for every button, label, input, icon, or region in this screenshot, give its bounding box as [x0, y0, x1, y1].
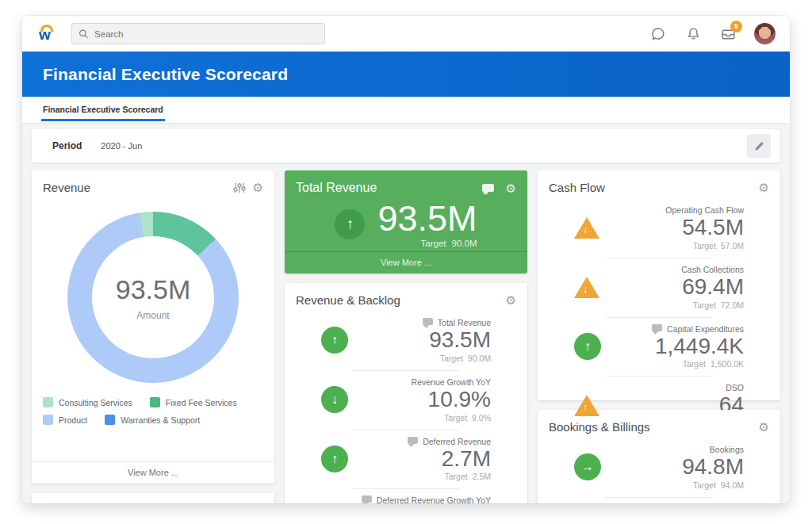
total-revenue-title: Total Revenue	[296, 181, 482, 195]
logo-letter: w	[39, 26, 51, 44]
up-arrow-indicator	[321, 327, 348, 354]
warning-down-indicator	[574, 277, 599, 298]
total-revenue-card: Total Revenue ⚙ ↑ 93.5M Target 90.0M	[285, 170, 527, 273]
page-title: Financial Executive Scorecard	[43, 65, 288, 84]
legend-item: Fixed Fee Services	[150, 397, 237, 407]
kpi-row-total-revenue[interactable]: Total Revenue 93.5M Target90.0M	[321, 312, 491, 370]
search-box[interactable]	[71, 23, 325, 44]
legend-item: Warranties & Support	[105, 415, 200, 425]
inbox-badge: 5	[730, 21, 742, 33]
right-arrow-indicator	[574, 453, 601, 480]
kpi-row-bookings[interactable]: Bookings 94.8M Target94.0M	[574, 438, 744, 497]
comment-icon	[423, 318, 433, 325]
edit-period-button[interactable]	[747, 134, 771, 158]
kpi-value: 69.4M	[599, 275, 744, 300]
gear-icon[interactable]: ⚙	[759, 182, 769, 193]
kpi-row-cash-collections[interactable]: Cash Collections 69.4M Target72.0M	[574, 258, 744, 317]
legend-swatch	[43, 415, 53, 425]
kpi-value: 1,449.4K	[601, 335, 744, 359]
cash-flow-title: Cash Flow	[549, 181, 759, 194]
legend-swatch	[43, 397, 53, 407]
pencil-icon	[753, 140, 765, 152]
revenue-card-title: Revenue	[43, 181, 233, 194]
notifications-bell-icon[interactable]	[684, 25, 702, 43]
warning-up-indicator	[574, 395, 599, 416]
kpi-value: 54.5M	[599, 216, 744, 240]
filter-sliders-icon[interactable]	[233, 182, 246, 194]
revenue-legend: Consulting Services Fixed Fee Services P…	[32, 396, 274, 433]
page-header: Financial Executive Scorecard	[22, 52, 790, 97]
comment-icon	[408, 437, 418, 444]
kpi-value: 93.5M	[348, 328, 491, 353]
tab-bar: Financial Executive Scorecard	[22, 97, 790, 123]
gear-icon[interactable]: ⚙	[253, 182, 263, 193]
comment-icon	[652, 324, 662, 331]
revenue-donut-chart[interactable]: 93.5M Amount	[67, 212, 239, 383]
search-input[interactable]	[94, 29, 318, 39]
legend-swatch	[150, 397, 160, 407]
up-arrow-indicator	[574, 333, 601, 360]
app-window: w	[22, 16, 790, 503]
inbox-icon[interactable]: 5	[719, 25, 737, 43]
donut-center-label: Amount	[136, 310, 169, 321]
period-label: Period	[52, 140, 82, 151]
kpi-row-deferred-revenue[interactable]: Deferred Revenue 2.7M Target2.5M	[321, 430, 491, 489]
down-arrow-indicator	[321, 386, 348, 413]
view-more-link[interactable]: View More ...	[285, 251, 527, 273]
kpi-target: 90.0M	[452, 239, 477, 248]
chat-icon[interactable]	[649, 25, 667, 43]
top-bar: w	[22, 16, 790, 52]
kpi-row-capital-expenditures[interactable]: Capital Expenditures 1,449.4K Target1,50…	[574, 318, 744, 377]
kpi-value: 2.7M	[348, 447, 491, 472]
total-revenue-kpi[interactable]: ↑ 93.5M Target 90.0M	[285, 200, 527, 251]
kpi-row-deferred-revenue-growth-yoy[interactable]: Deferred Revenue Growth YoY 66.8% Target…	[321, 489, 491, 503]
dashboard-content: Period 2020 - Jun Revenue	[22, 123, 790, 503]
cash-flow-card: Cash Flow ⚙ Operating Cash Flow 54.5M Ta…	[538, 170, 780, 400]
period-card: Period 2020 - Jun	[32, 129, 780, 163]
gear-icon[interactable]: ⚙	[759, 421, 769, 433]
kpi-label-cash-pct-of-bookings: Cash % of Bookings	[538, 498, 780, 503]
kpi-value: 94.8M	[601, 455, 744, 480]
bookings-billings-card: Bookings & Billings ⚙ Bookings 94.8M Tar…	[538, 410, 780, 503]
up-arrow-indicator	[321, 446, 348, 472]
workday-logo[interactable]: w	[36, 23, 60, 45]
kpi-value: 93.5M	[377, 201, 477, 236]
donut-center-value: 93.5M	[116, 274, 191, 305]
revenue-card: Revenue ⚙	[32, 170, 274, 484]
legend-item: Product	[43, 415, 87, 425]
top-right-actions: 5	[649, 23, 776, 44]
legend-item: Consulting Services	[43, 397, 132, 407]
period-value: 2020 - Jun	[101, 141, 142, 151]
search-icon	[79, 29, 89, 40]
comment-icon[interactable]	[482, 184, 494, 192]
warning-down-indicator	[574, 217, 599, 239]
revenue-backlog-card: Revenue & Backlog ⚙ Total Revenue 93.5M …	[285, 283, 527, 503]
kpi-row-operating-cash-flow[interactable]: Operating Cash Flow 54.5M Target57.0M	[574, 199, 744, 258]
user-avatar[interactable]	[754, 23, 776, 44]
gear-icon[interactable]: ⚙	[506, 294, 516, 306]
revenue-backlog-title: Revenue & Backlog	[296, 293, 506, 307]
kpi-value: 10.9%	[348, 388, 491, 412]
up-arrow-indicator: ↑	[335, 209, 365, 239]
comment-icon	[362, 495, 372, 503]
view-more-link[interactable]: View More ...	[32, 461, 274, 484]
gear-icon[interactable]: ⚙	[506, 182, 516, 194]
legend-swatch	[105, 415, 115, 425]
bookings-billings-title: Bookings & Billings	[549, 420, 759, 434]
kpi-row-revenue-growth-yoy[interactable]: Revenue Growth YoY 10.9% Target9.0%	[321, 371, 491, 430]
tab-financial-executive-scorecard[interactable]: Financial Executive Scorecard	[41, 97, 165, 121]
partial-card	[32, 493, 274, 503]
